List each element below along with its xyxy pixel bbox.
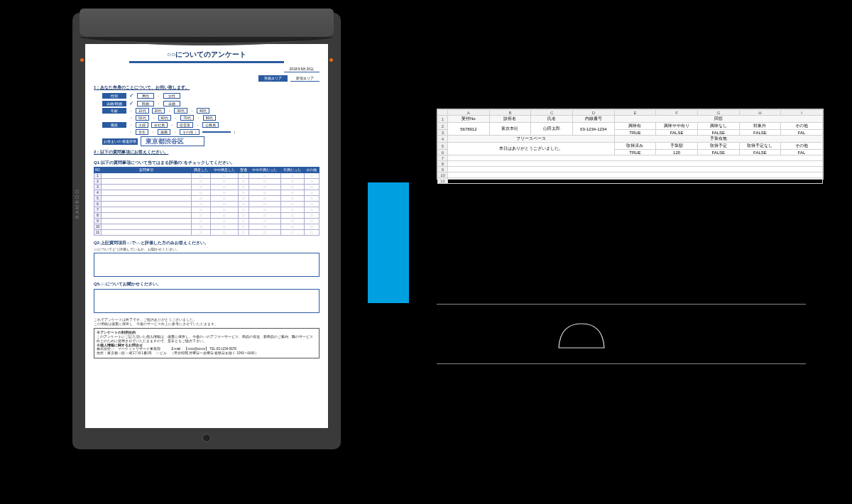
- addr-box[interactable]: 東京都渋谷区: [141, 136, 204, 146]
- q1-th-item: 質問事項: [102, 168, 192, 173]
- c-G2[interactable]: 興味なし: [697, 123, 739, 130]
- row-age: 年齢 ・ 10代 20代 ・ 30代 ・ 40代: [102, 108, 320, 114]
- age-10[interactable]: 10代: [136, 108, 149, 114]
- q2-freebox[interactable]: [94, 253, 320, 277]
- col-A: A: [448, 110, 490, 116]
- col-G: G: [697, 110, 739, 116]
- marital-single[interactable]: 未婚: [163, 101, 180, 106]
- c-E3[interactable]: TRUE: [614, 130, 656, 136]
- c-F6[interactable]: 120: [656, 150, 698, 155]
- gender-male[interactable]: 男性: [137, 93, 154, 99]
- marital-married[interactable]: 既婚: [137, 101, 154, 106]
- age-80[interactable]: 80代: [203, 115, 217, 121]
- dot-left: [80, 58, 84, 62]
- q1-th-no: NO: [94, 168, 102, 173]
- c-D2[interactable]: 03-1234-1234: [572, 123, 614, 136]
- c-B2[interactable]: 東京本社: [489, 123, 531, 136]
- hdr-merge[interactable]: 回答: [614, 116, 822, 123]
- survey-form: ○○についてのアンケート 2018年9月20日 実施エリア 新宿エリア 1：あな…: [85, 44, 328, 428]
- col-B: B: [489, 110, 531, 116]
- q1-col-5: その他: [304, 168, 319, 173]
- spreadsheet: A B C D E F G H I 1 受付No 診療名 氏名 内線番号 回答 …: [437, 109, 824, 180]
- dome-icon: [556, 318, 607, 351]
- q1-row-8: 8: [94, 213, 320, 219]
- age-50[interactable]: 50代: [136, 115, 149, 121]
- c-G5[interactable]: 取得予定: [697, 143, 739, 150]
- c-freespace-text[interactable]: 本日はありがとうございました。: [448, 143, 615, 155]
- q1-col-0: 満足した: [191, 168, 210, 173]
- row-age-2: ・ 50代 ・ 60代 ・ 70代 ・ 80代: [129, 115, 320, 121]
- col-C: C: [531, 110, 573, 116]
- q1-row-1: 1: [94, 173, 320, 179]
- c-F3[interactable]: FALSE: [656, 130, 698, 136]
- age-label: 年齢: [102, 108, 126, 114]
- occ-3[interactable]: 公務員: [202, 122, 219, 128]
- addr-value: 東京都渋谷区: [146, 138, 184, 145]
- c-E5[interactable]: 取得済み: [614, 143, 656, 150]
- form-date-row: 2018年9月20日: [94, 66, 320, 72]
- c-G3[interactable]: FALSE: [697, 130, 739, 136]
- c-H3[interactable]: FALSE: [739, 130, 781, 136]
- occ-label: 職業: [102, 122, 126, 128]
- hdr-3[interactable]: 内線番号: [572, 116, 614, 123]
- c-I5[interactable]: その他: [781, 143, 823, 150]
- footer-line3: 住所：東京都○○区○○町1丁目1番1号 ○○ビル （受付時間 月曜日〜金曜日 祝…: [97, 351, 317, 356]
- hdr-0[interactable]: 受付No: [448, 116, 490, 123]
- c-I6[interactable]: FAL: [781, 150, 823, 155]
- form-title: ○○についてのアンケート: [129, 50, 284, 63]
- c-C2[interactable]: 山田太郎: [531, 123, 573, 136]
- tablet-device: BAMBOO ○○についてのアンケート 2018年9月20日 実施エリア 新宿エ…: [72, 13, 341, 449]
- c-H5[interactable]: 取得予定なし: [739, 143, 781, 150]
- c-E2[interactable]: 興味有: [614, 123, 656, 130]
- c-A2[interactable]: 5678912: [448, 123, 490, 136]
- q1-row-10: 10: [94, 224, 320, 230]
- rownum-4: 4: [438, 136, 448, 143]
- q1-row-2: 2: [94, 179, 320, 185]
- c-F2[interactable]: 興味やや有り: [656, 123, 698, 130]
- ss-row-10: 10: [438, 172, 823, 178]
- occ-1[interactable]: 会社員: [151, 122, 168, 128]
- age-70[interactable]: 70代: [180, 115, 194, 121]
- q1-row-7: 7: [94, 207, 320, 213]
- age-40[interactable]: 40代: [197, 108, 210, 114]
- occ-2[interactable]: 自営業: [177, 122, 193, 128]
- ss-row-7: 7: [438, 155, 823, 161]
- c-I2[interactable]: その他: [781, 123, 823, 130]
- q1-col-4: 不満だった: [280, 168, 304, 173]
- hdr-1[interactable]: 診療名: [489, 116, 531, 123]
- c-G6[interactable]: FALSE: [697, 150, 739, 155]
- q2-label: Q2.上記質問項目○○で○○と評価した方のみお答えください。: [94, 240, 320, 246]
- col-D: D: [572, 110, 614, 116]
- row-occupation: 職業 ・ 主婦 会社員 ・ 自営業 ・ 公務員: [102, 122, 320, 128]
- c-budget-label[interactable]: 予算有無: [614, 136, 822, 143]
- q1-row-9: 9: [94, 219, 320, 224]
- age-20[interactable]: 20代: [152, 108, 165, 114]
- addr-label: お住まいの 都道府県: [102, 138, 138, 145]
- c-freespace-label[interactable]: フリースペース: [448, 136, 615, 143]
- col-H: H: [739, 110, 781, 116]
- hdr-2[interactable]: 氏名: [531, 116, 573, 123]
- c-E6[interactable]: TRUE: [614, 150, 656, 155]
- occ-0[interactable]: 主婦: [136, 122, 148, 128]
- c-H6[interactable]: FALSE: [739, 150, 781, 155]
- ss-row-1: 1 受付No 診療名 氏名 内線番号 回答: [438, 116, 823, 123]
- c-F5[interactable]: 予算額: [656, 143, 698, 150]
- age-60[interactable]: 60代: [158, 115, 172, 121]
- q1-table: NO 質問事項 満足した やや満足した 普通 やや不満だった 不満だった その他…: [94, 167, 320, 236]
- occ-4[interactable]: 学生: [136, 129, 148, 135]
- age-30[interactable]: 30代: [174, 108, 187, 114]
- q5-freebox[interactable]: [94, 289, 320, 313]
- q1-row-5: 5: [94, 196, 320, 202]
- col-F: F: [656, 110, 698, 116]
- c-H2[interactable]: 対象外: [739, 123, 781, 130]
- occ-other-field[interactable]: [202, 131, 231, 133]
- gender-female[interactable]: 女性: [163, 93, 180, 99]
- occ-6[interactable]: その他（: [180, 129, 200, 135]
- tablet-home-button[interactable]: [202, 434, 211, 442]
- occ-5[interactable]: 無職: [158, 129, 170, 135]
- spreadsheet-table: A B C D E F G H I 1 受付No 診療名 氏名 内線番号 回答 …: [437, 109, 823, 184]
- ss-row-4: 4 フリースペース 予算有無: [438, 136, 823, 143]
- marital-mark: ✓: [129, 100, 134, 106]
- footer-box: ※アンケートの利用目的 このアンケートにご記入頂いた個人情報は、厳重に保管し、今…: [94, 328, 320, 358]
- c-I3[interactable]: FAL: [781, 130, 823, 136]
